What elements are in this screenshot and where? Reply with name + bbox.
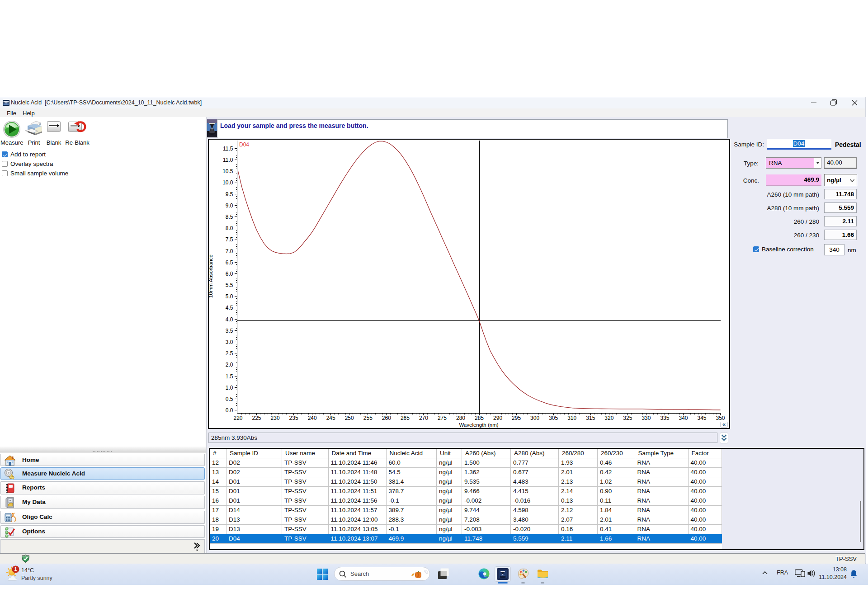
svg-text:6.0: 6.0 (226, 271, 233, 277)
svg-text:250: 250 (345, 415, 354, 421)
svg-text:340: 340 (679, 415, 688, 421)
svg-text:5.0: 5.0 (226, 293, 233, 300)
svg-text:270: 270 (419, 415, 428, 421)
svg-text:325: 325 (623, 415, 632, 421)
svg-text:4.5: 4.5 (226, 305, 233, 311)
svg-text:1.5: 1.5 (226, 373, 233, 380)
svg-text:275: 275 (438, 415, 447, 421)
svg-text:10mm Absorbance: 10mm Absorbance (208, 254, 213, 298)
svg-text:230: 230 (271, 415, 280, 421)
svg-text:220: 220 (233, 415, 242, 421)
svg-text:255: 255 (363, 415, 373, 421)
svg-text:3.0: 3.0 (226, 339, 233, 345)
svg-text:335: 335 (660, 415, 669, 421)
svg-text:225: 225 (252, 415, 261, 421)
svg-text:235: 235 (289, 415, 298, 421)
svg-text:295: 295 (512, 415, 521, 421)
svg-text:8.5: 8.5 (226, 214, 233, 220)
svg-text:260: 260 (382, 415, 391, 421)
svg-text:310: 310 (567, 415, 576, 421)
svg-text:11.5: 11.5 (223, 146, 233, 152)
svg-text:265: 265 (401, 415, 410, 421)
svg-text:315: 315 (586, 415, 595, 421)
svg-text:345: 345 (697, 415, 706, 421)
svg-text:Wavelength (nm): Wavelength (nm) (459, 422, 498, 428)
svg-text:330: 330 (642, 415, 651, 421)
svg-text:8.0: 8.0 (226, 225, 233, 231)
svg-text:6.5: 6.5 (226, 259, 233, 266)
svg-text:4.0: 4.0 (226, 316, 233, 323)
svg-text:320: 320 (604, 415, 613, 421)
svg-text:240: 240 (308, 415, 317, 421)
svg-text:7.5: 7.5 (226, 236, 233, 243)
svg-text:9.0: 9.0 (226, 202, 233, 209)
svg-text:290: 290 (493, 415, 502, 421)
svg-text:3.5: 3.5 (226, 328, 233, 334)
svg-text:285: 285 (475, 415, 484, 421)
svg-text:280: 280 (456, 415, 465, 421)
svg-text:305: 305 (549, 415, 558, 421)
svg-text:9.5: 9.5 (226, 191, 233, 198)
svg-text:2.0: 2.0 (226, 362, 233, 368)
svg-text:10.5: 10.5 (222, 168, 233, 174)
svg-text:300: 300 (530, 415, 539, 421)
svg-text:1.0: 1.0 (226, 385, 233, 391)
svg-text:350: 350 (716, 415, 725, 421)
svg-text:D04: D04 (239, 141, 249, 148)
svg-text:0.5: 0.5 (226, 396, 233, 402)
svg-text:7.0: 7.0 (226, 248, 233, 254)
svg-text:1: 1 (14, 566, 17, 572)
svg-text:5.5: 5.5 (226, 282, 233, 288)
svg-text:10.0: 10.0 (222, 179, 233, 186)
svg-text:0.0: 0.0 (226, 407, 233, 414)
svg-text:2.5: 2.5 (226, 350, 233, 357)
svg-text:245: 245 (326, 415, 335, 421)
svg-text:11.0: 11.0 (223, 157, 233, 163)
